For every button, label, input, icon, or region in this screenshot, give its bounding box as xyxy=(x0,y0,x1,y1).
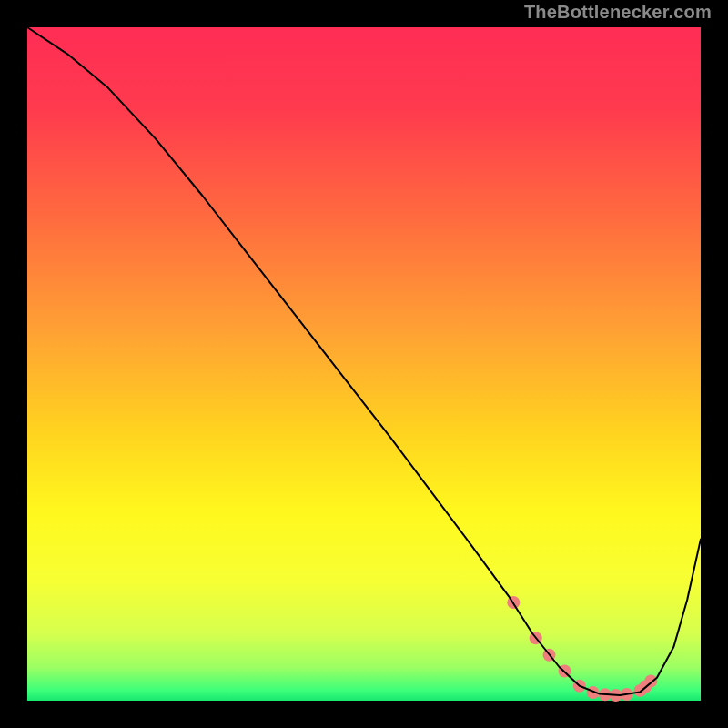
watermark-text: TheBottleneсker.com xyxy=(524,2,712,23)
bottleneck-chart xyxy=(0,0,728,728)
chart-frame: TheBottleneсker.com xyxy=(0,0,728,728)
plot-background xyxy=(27,27,701,701)
